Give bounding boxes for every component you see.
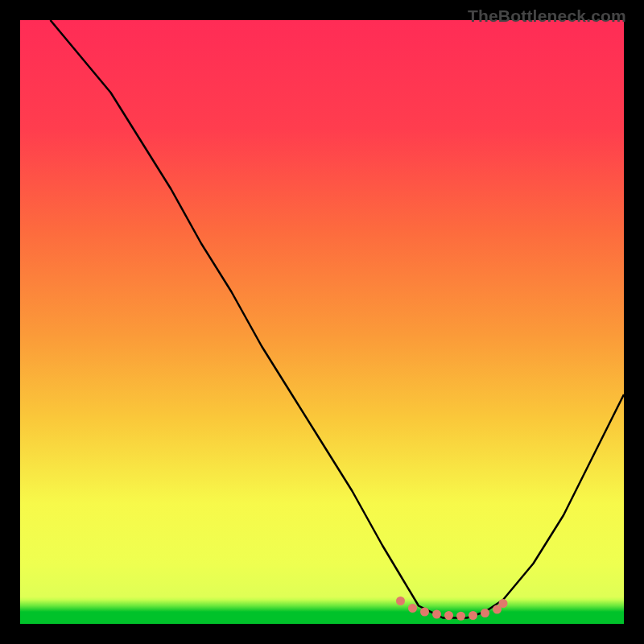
valley-dot (420, 608, 429, 617)
valley-dot (499, 599, 508, 608)
valley-dot (444, 611, 453, 620)
plot-area (20, 20, 624, 624)
valley-dot (396, 597, 405, 605)
valley-dot (469, 611, 477, 620)
watermark-text: TheBottleneck.com (468, 6, 626, 26)
chart-frame: TheBottleneck.com (0, 0, 644, 644)
valley-dot (432, 610, 441, 619)
main-curve-path (51, 20, 625, 618)
valley-dot (456, 612, 465, 621)
chart-svg (20, 20, 624, 624)
valley-dot (408, 604, 417, 613)
valley-dot (481, 609, 489, 617)
